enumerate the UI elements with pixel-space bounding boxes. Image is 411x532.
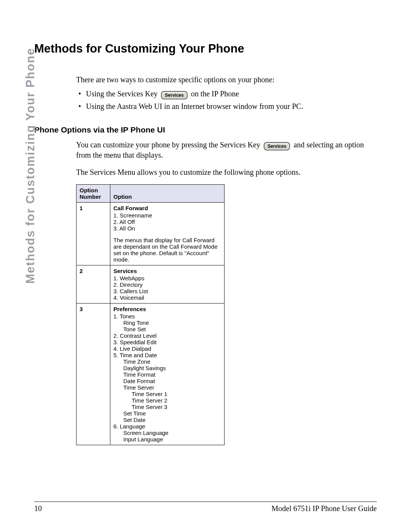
page-number: 10 xyxy=(34,504,42,513)
page-footer: 10 Model 6751i IP Phone User Guide xyxy=(34,502,377,513)
option-subline: Screen Language xyxy=(113,430,221,436)
option-title: Call Forward xyxy=(113,205,221,211)
option-line: 1. Tones xyxy=(113,313,221,320)
document-page: Methods for Customizing Your Phone Metho… xyxy=(0,0,411,532)
option-sub2line: Time Server 1 xyxy=(113,391,221,397)
intro-block: There are two ways to customize specific… xyxy=(76,75,377,112)
option-subline: Tone Set xyxy=(113,326,221,332)
option-line: 3. Speeddial Edit xyxy=(113,339,221,345)
option-subline: Set Date xyxy=(113,417,221,423)
option-subline: Time Zone xyxy=(113,358,221,365)
option-number: 2 xyxy=(76,265,110,304)
bullet-item: Using the Aastra Web UI in an Internet b… xyxy=(76,101,377,112)
footer-title: Model 6751i IP Phone User Guide xyxy=(272,504,377,513)
services-key-icon: Services xyxy=(161,91,187,99)
vertical-section-label: Methods for Customizing Your Phone xyxy=(24,48,37,284)
paragraph: You can customize your phone by pressing… xyxy=(76,140,377,160)
option-number: 3 xyxy=(76,304,110,445)
subheading: Phone Options via the IP Phone UI xyxy=(34,125,377,134)
services-key-icon: Services xyxy=(264,142,290,150)
option-line: 1. Screenname xyxy=(113,212,221,219)
option-line: 1. WebApps xyxy=(113,275,221,281)
option-line: 3. All On xyxy=(113,225,221,232)
option-cell: Preferences 1. Tones Ring Tone Tone Set … xyxy=(110,304,225,445)
col-header-number: Option Number xyxy=(76,185,110,203)
option-title: Preferences xyxy=(113,306,221,312)
intro-text: There are two ways to customize specific… xyxy=(76,75,377,85)
option-subline: Ring Tone xyxy=(113,320,221,326)
option-cell: Call Forward 1. Screenname 2. All Off 3.… xyxy=(110,203,225,265)
bullet1-post: on the IP Phone xyxy=(191,89,239,98)
option-subline: Time Server xyxy=(113,384,221,391)
table-row: 2 Services 1. WebApps 2. Directory 3. Ca… xyxy=(76,265,225,304)
option-sub2line: Time Server 2 xyxy=(113,397,221,404)
option-title: Services xyxy=(113,268,221,274)
option-subline: Set Time xyxy=(113,410,221,417)
option-subline: Input Language xyxy=(113,436,221,443)
section-body: You can customize your phone by pressing… xyxy=(76,140,377,177)
table-row: 1 Call Forward 1. Screenname 2. All Off … xyxy=(76,203,225,265)
bullet-item: Using the Services Key Services on the I… xyxy=(76,89,377,99)
option-line: 2. All Off xyxy=(113,219,221,225)
option-subline: Daylight Savings xyxy=(113,365,221,371)
option-sub2line: Time Server 3 xyxy=(113,404,221,410)
option-line: 4. Voicemail xyxy=(113,294,221,301)
option-line: 5. Time and Date xyxy=(113,352,221,358)
col-header-option: Option xyxy=(110,185,225,203)
options-table: Option Number Option 1 Call Forward 1. S… xyxy=(76,184,225,445)
option-cell: Services 1. WebApps 2. Directory 3. Call… xyxy=(110,265,225,304)
option-subline: Date Format xyxy=(113,378,221,384)
option-line: 4. Live Dialpad xyxy=(113,345,221,352)
option-line: 3. Callers List xyxy=(113,288,221,294)
option-line: 6. Language xyxy=(113,423,221,430)
option-line: 2. Contrast Level xyxy=(113,332,221,339)
option-number: 1 xyxy=(76,203,110,265)
table-header-row: Option Number Option xyxy=(76,185,225,203)
bullet1-pre: Using the Services Key xyxy=(86,89,158,98)
option-note: The menus that display for Call Forward … xyxy=(113,237,221,263)
intro-bullets: Using the Services Key Services on the I… xyxy=(76,89,377,112)
para1-pre: You can customize your phone by pressing… xyxy=(76,141,260,149)
option-subline: Time Format xyxy=(113,371,221,378)
page-heading: Methods for Customizing Your Phone xyxy=(34,42,377,56)
option-line: 2. Directory xyxy=(113,281,221,288)
table-row: 3 Preferences 1. Tones Ring Tone Tone Se… xyxy=(76,304,225,445)
paragraph: The Services Menu allows you to customiz… xyxy=(76,167,377,177)
